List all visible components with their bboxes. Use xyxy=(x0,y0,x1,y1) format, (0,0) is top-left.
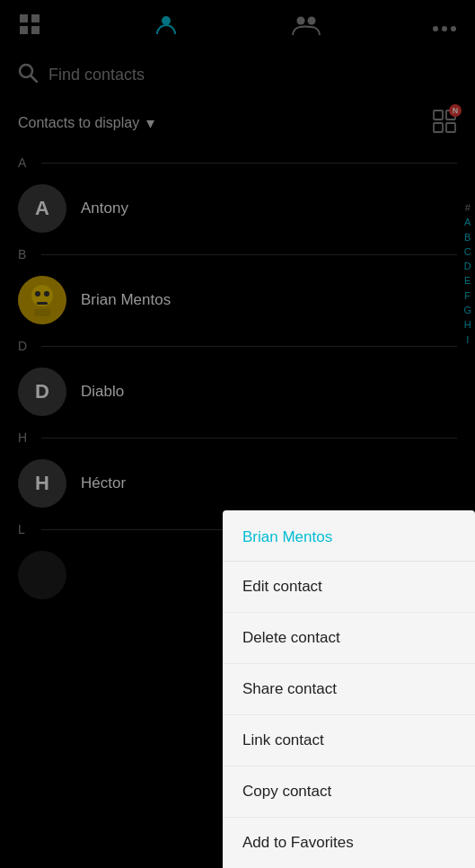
context-menu: Brian Mentos Edit contact Delete contact… xyxy=(223,510,475,868)
context-menu-edit[interactable]: Edit contact xyxy=(223,562,475,613)
context-menu-share[interactable]: Share contact xyxy=(223,664,475,715)
context-menu-link[interactable]: Link contact xyxy=(223,715,475,766)
context-menu-contact-name: Brian Mentos xyxy=(223,510,475,562)
context-menu-copy[interactable]: Copy contact xyxy=(223,766,475,818)
context-menu-delete[interactable]: Delete contact xyxy=(223,613,475,664)
context-menu-favorites[interactable]: Add to Favorites xyxy=(223,818,475,868)
